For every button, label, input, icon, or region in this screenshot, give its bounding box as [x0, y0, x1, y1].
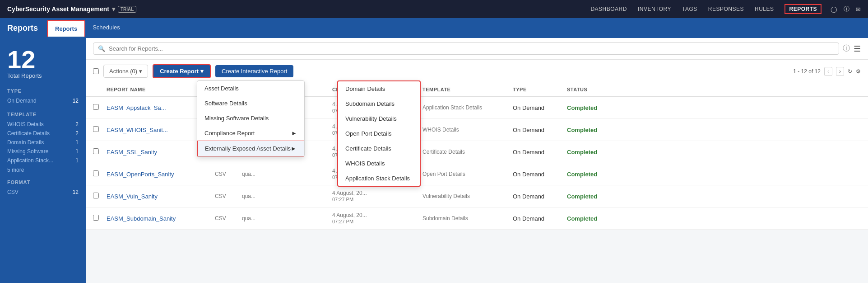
sidebar-template-cert[interactable]: Certificate Details 2 — [7, 129, 79, 138]
nav-inventory[interactable]: INVENTORY — [638, 6, 671, 12]
top-nav-icons: ◯ ⓘ ✉ — [831, 5, 861, 13]
tab-reports[interactable]: Reports — [47, 20, 85, 37]
sub-subdomain-details[interactable]: Subdomain Details — [338, 96, 420, 111]
report-created-on: 4 August, 20...07:27 PM — [332, 190, 422, 203]
sidebar-template-whois[interactable]: WHOIS Details 2 — [7, 120, 79, 129]
row-checkbox[interactable] — [93, 215, 99, 221]
sidebar-type-count: 12 — [73, 98, 79, 104]
report-format: CSV — [215, 171, 242, 177]
actions-label: Actions (0) — [109, 68, 137, 75]
toolbar-row: Actions (0) ▾ Create Report ▾ Create Int… — [86, 60, 868, 83]
report-status: Completed — [567, 149, 621, 156]
actions-button[interactable]: Actions (0) ▾ — [103, 65, 148, 78]
col-type: TYPE — [513, 87, 567, 92]
report-template: Open Port Details — [422, 171, 513, 177]
nav-dashboard[interactable]: DASHBOARD — [590, 6, 627, 12]
nav-tags[interactable]: TAGS — [682, 6, 697, 12]
page-title: Reports — [7, 24, 38, 33]
chevron-down-icon: ▾ — [112, 5, 115, 13]
report-type: On Demand — [513, 215, 567, 222]
report-name-link[interactable]: EASM_WHOIS_Sanit... — [107, 127, 168, 133]
help-icon[interactable]: ⓘ — [844, 5, 849, 13]
report-created-by: qua... — [242, 193, 332, 199]
row-checkbox[interactable] — [93, 170, 99, 176]
table-row: EASM_OpenPorts_Sanity CSV qua... 4 Augus… — [86, 163, 868, 185]
report-type: On Demand — [513, 104, 567, 111]
sub-certificate-details[interactable]: Certificate Details — [338, 141, 420, 156]
col-status: STATUS — [567, 87, 621, 92]
tab-schedules[interactable]: Schedules — [85, 19, 127, 37]
report-status: Completed — [567, 193, 621, 200]
report-type: On Demand — [513, 171, 567, 178]
nav-rules[interactable]: RULES — [755, 6, 774, 12]
sub-whois-details[interactable]: WHOIS Details — [338, 156, 420, 171]
sidebar-section-type: TYPE — [7, 88, 79, 94]
sub-open-port-details[interactable]: Open Port Details — [338, 126, 420, 141]
search-input-wrap[interactable]: 🔍 — [93, 42, 839, 55]
sidebar-format-csv[interactable]: CSV 12 — [7, 188, 79, 197]
sub-appstack-details[interactable]: Application Stack Details — [338, 171, 420, 186]
nav-reports[interactable]: REPORTS — [784, 4, 822, 14]
search-input[interactable] — [109, 45, 834, 52]
search-help-icon[interactable]: ⓘ — [843, 44, 850, 53]
pagination-next-button[interactable]: › — [836, 67, 844, 76]
report-status: Completed — [567, 215, 621, 222]
table-row: EASM_Vuln_Sanity CSV qua... 4 August, 20… — [86, 185, 868, 208]
select-all-checkbox[interactable] — [93, 68, 99, 74]
row-checkbox[interactable] — [93, 126, 99, 132]
report-type: On Demand — [513, 149, 567, 156]
report-name-link[interactable]: EASM_Subdomain_Sanity — [107, 215, 176, 222]
pagination-prev-button[interactable]: ‹ — [824, 67, 832, 76]
report-type: On Demand — [513, 127, 567, 133]
actions-chevron-icon: ▾ — [139, 68, 142, 75]
sidebar-more[interactable]: 5 more — [7, 167, 79, 173]
row-checkbox[interactable] — [93, 193, 99, 198]
report-name-link[interactable]: EASM_Vuln_Sanity — [107, 193, 158, 200]
create-report-button[interactable]: Create Report ▾ — [153, 64, 211, 78]
dropdown-externally-exposed[interactable]: Externally Exposed Asset Details ► — [197, 141, 304, 156]
top-nav: CyberSecurity Asset Management ▾ TRIAL D… — [0, 0, 868, 18]
settings-icon[interactable]: ⚙ — [856, 68, 861, 75]
create-interactive-report-button[interactable]: Create Interactive Report — [215, 65, 293, 77]
col-checkbox — [93, 87, 107, 92]
sub-vulnerability-details[interactable]: Vulnerability Details — [338, 111, 420, 126]
pagination-text: 1 - 12 of 12 — [793, 68, 821, 75]
dropdown-software-details[interactable]: Software Details — [197, 96, 304, 111]
sub-domain-details[interactable]: Domain Details — [338, 81, 420, 96]
row-checkbox[interactable] — [93, 148, 99, 154]
search-bar-row: 🔍 ⓘ ☰ — [86, 38, 868, 60]
report-format: CSV — [215, 215, 242, 222]
sidebar-type-ondemand[interactable]: On Demand 12 — [7, 96, 79, 105]
pagination-info: 1 - 12 of 12 ‹ › ↻ ⚙ — [793, 67, 861, 76]
user-icon[interactable]: ◯ — [831, 6, 837, 13]
report-name-link[interactable]: EASM_OpenPorts_Sanity — [107, 171, 174, 178]
refresh-icon[interactable]: ↻ — [848, 68, 852, 75]
sidebar-template-appstack[interactable]: Application Stack... 1 — [7, 156, 79, 165]
search-menu-icon[interactable]: ☰ — [854, 44, 861, 54]
content-area: 🔍 ⓘ ☰ Actions (0) ▾ Create Report ▾ Crea… — [86, 38, 868, 283]
submenu-arrow-icon: ► — [291, 130, 297, 137]
report-template: Application Stack Details — [422, 104, 513, 111]
sidebar-template-domain[interactable]: Domain Details 1 — [7, 138, 79, 147]
main-layout: 12 Total Reports TYPE On Demand 12 TEMPL… — [0, 38, 868, 283]
dropdown-compliance-report[interactable]: Compliance Report ► — [197, 126, 304, 141]
row-checkbox[interactable] — [93, 104, 99, 110]
report-format: CSV — [215, 193, 242, 199]
mail-icon[interactable]: ✉ — [856, 6, 861, 13]
externally-exposed-submenu: Domain Details Subdomain Details Vulnera… — [337, 80, 421, 187]
report-name-link[interactable]: EASM_Appstack_Sa... — [107, 104, 166, 111]
sidebar-template-missing-software[interactable]: Missing Software 1 — [7, 147, 79, 156]
report-template: Vulnerability Details — [422, 193, 513, 199]
brand[interactable]: CyberSecurity Asset Management ▾ TRIAL — [7, 5, 136, 13]
report-created-by: qua... — [242, 215, 332, 222]
dropdown-missing-software[interactable]: Missing Software Details — [197, 111, 304, 126]
report-created-on: 4 August, 20...07:27 PM — [332, 212, 422, 225]
nav-responses[interactable]: RESPONSES — [708, 6, 744, 12]
total-count: 12 — [7, 47, 79, 72]
report-type: On Demand — [513, 193, 567, 200]
search-icon: 🔍 — [98, 45, 105, 52]
dropdown-asset-details[interactable]: Asset Details — [197, 81, 304, 96]
trial-badge: TRIAL — [118, 6, 136, 13]
report-name-link[interactable]: EASM_SSL_Sanity — [107, 149, 157, 156]
report-status: Completed — [567, 127, 621, 133]
